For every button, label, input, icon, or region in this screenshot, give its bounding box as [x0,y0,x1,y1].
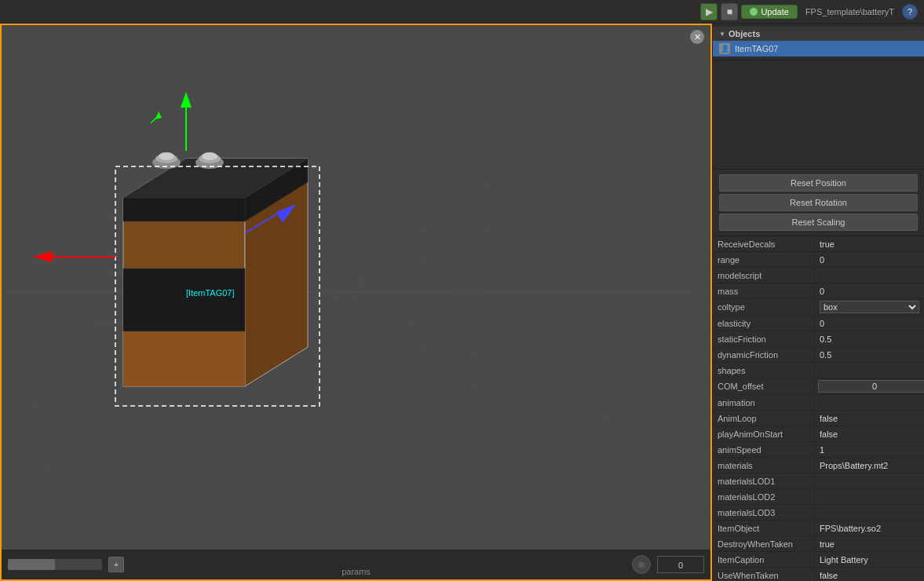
timeline-value[interactable]: 0 [657,556,704,573]
prop-value-mass: 0 [815,285,924,298]
prop-value-materialslod2 [815,495,924,499]
svg-rect-1 [2,25,710,579]
prop-row: ItemCaptionLight Battery [713,552,924,568]
prop-name-usewhentaken: UseWhenTaken [713,569,815,582]
prop-name-materials: materials [713,459,815,472]
right-panel: ▼ Objects 👤 ItemTAG07 Reset Position Res… [712,24,924,581]
prop-value-coltype[interactable]: boxspherenone [815,299,924,315]
main-area: BLENDER PLUS [ItemTAG07] ✕ [0,24,924,581]
prop-value-staticfriction: 0.5 [815,333,924,345]
viewport-bottom-bar: + ◎ 0 params [2,550,710,579]
icon-btn-1[interactable]: ▶ [700,3,718,20]
prop-row: modelscript [713,268,924,283]
prop-row: range0 [713,252,924,268]
prop-value-usewhentaken: false [815,569,924,582]
prop-value-itemobject: FPS\battery.so2 [815,522,924,535]
prop-name-playanimonstart: playAnimOnStart [713,428,815,440]
prop-name-coltype: coltype [713,301,815,313]
svg-point-40 [202,152,217,160]
prop-value-receivedecals: true [815,238,924,250]
prop-row: materialsLOD1 [713,473,924,489]
prop-row: coltypeboxspherenone [713,299,924,316]
prop-name-itemcaption: ItemCaption [713,554,815,566]
prop-value-animation [815,401,924,404]
prop-name-mass: mass [713,285,815,298]
prop-row: materialsLOD3 [713,505,924,521]
prop-value-modelscript [815,274,924,277]
top-bar: ▶ ■ Update FPS_template\batteryT ? [0,0,924,24]
prop-row: AnimLoopfalse [713,411,924,426]
prop-name-elasticity: elasticity [713,317,815,330]
prop-value-materialslod3 [815,511,924,514]
prop-name-materialslod3: materialsLOD3 [713,506,815,519]
prop-row: materialsProps\Battery.mt2 [713,458,924,473]
prop-name-animloop: AnimLoop [713,412,815,425]
params-label: params [341,567,371,579]
viewport[interactable]: BLENDER PLUS [ItemTAG07] ✕ [0,24,712,581]
reset-buttons-group: Reset Position Reset Rotation Reset Scal… [713,170,924,236]
prop-name-receivedecals: ReceiveDecals [713,238,815,250]
object-item-itemtag07[interactable]: 👤 ItemTAG07 [713,41,924,57]
prop-row: COM_offset [713,378,924,395]
prop-value-com_offset[interactable] [815,378,924,394]
prop-value-range: 0 [815,254,924,266]
icon-btn-2[interactable]: ■ [721,3,738,20]
reset-scaling-button[interactable]: Reset Scaling [719,214,918,231]
prop-value-playanimonstart: false [815,428,924,440]
object-preview-area [713,60,924,170]
prop-select-coltype[interactable]: boxspherenone [820,301,919,313]
prop-value-animloop: false [815,412,924,425]
prop-name-shapes: shapes [713,364,815,377]
prop-value-animspeed: 1 [815,444,924,456]
help-button[interactable]: ? [902,4,918,20]
prop-name-animation: animation [713,396,815,409]
prop-value-materialslod1 [815,480,924,483]
section-arrow: ▼ [719,31,725,38]
objects-section-header[interactable]: ▼ Objects [713,27,924,41]
prop-name-destroywhentaken: DestroyWhenTaken [713,538,815,550]
prop-name-materialslod1: materialsLOD1 [713,475,815,488]
prop-name-staticfriction: staticFriction [713,333,815,345]
prop-row: shapes [713,363,924,378]
prop-name-itemobject: ItemObject [713,522,815,535]
prop-value-shapes [815,369,924,372]
prop-value-itemcaption: Light Battery [815,554,924,566]
svg-rect-32 [123,198,245,221]
prop-name-materialslod2: materialsLOD2 [713,491,815,503]
svg-rect-44 [123,331,245,386]
prop-row: animSpeed1 [713,442,924,458]
prop-multi-input[interactable] [818,380,924,393]
object-icon: 👤 [719,43,730,54]
prop-value-elasticity: 0 [815,317,924,330]
prop-row: dynamicFriction0.5 [713,347,924,363]
timeline-circle: ◎ [632,555,651,574]
update-button[interactable]: Update [741,5,797,19]
prop-row: UseWhenTakenfalse [713,568,924,581]
prop-row: ReceiveDecalstrue [713,236,924,252]
prop-name-dynamicfriction: dynamicFriction [713,349,815,361]
path-label: FPS_template\batteryT [801,7,899,16]
prop-name-com_offset: COM_offset [713,380,815,393]
prop-row: ItemObjectFPS\battery.so2 [713,521,924,536]
reset-position-button[interactable]: Reset Position [719,174,918,192]
object-name: ItemTAG07 [735,44,778,53]
prop-row: mass0 [713,283,924,299]
prop-row: staticFriction0.5 [713,331,924,347]
prop-name-modelscript: modelscript [713,269,815,282]
prop-value-dynamicfriction: 0.5 [815,349,924,361]
reset-rotation-button[interactable]: Reset Rotation [719,194,918,211]
prop-row: playAnimOnStartfalse [713,426,924,442]
viewport-close-button[interactable]: ✕ [690,30,704,44]
properties-table: ReceiveDecalstruerange0modelscriptmass0c… [713,236,924,581]
prop-value-materials: Props\Battery.mt2 [815,459,924,472]
prop-row: materialsLOD2 [713,489,924,505]
timeline-plus-button[interactable]: + [108,557,124,572]
prop-name-range: range [713,254,815,266]
prop-row: elasticity0 [713,316,924,331]
prop-row: DestroyWhenTakentrue [713,536,924,552]
objects-section: ▼ Objects 👤 ItemTAG07 [713,24,924,60]
svg-point-37 [159,152,174,160]
prop-name-animspeed: animSpeed [713,444,815,456]
prop-value-destroywhentaken: true [815,538,924,550]
svg-rect-43 [123,269,245,331]
